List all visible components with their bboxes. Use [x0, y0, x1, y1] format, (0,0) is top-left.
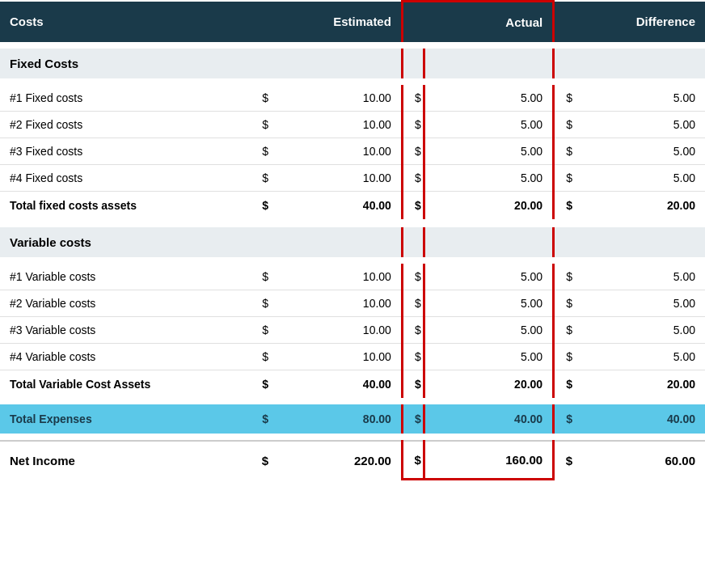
- expenses-act-amount: 40.00: [424, 404, 553, 434]
- row-label: #1 Fixed costs: [0, 85, 251, 112]
- diff-amount: 5.00: [574, 138, 705, 165]
- diff-dollar: $: [554, 264, 575, 290]
- row-label: #4 Variable costs: [0, 344, 251, 370]
- net-income-est-dollar: $: [251, 441, 270, 480]
- net-income-diff-dollar: $: [554, 441, 575, 480]
- spacer-2: [0, 78, 705, 85]
- spacer-1: [0, 42, 705, 49]
- diff-dollar: $: [554, 290, 575, 317]
- diff-amount: 5.00: [574, 264, 705, 290]
- table-row: #2 Variable costs $ 10.00 $ 5.00 $ 5.00: [0, 290, 705, 317]
- spacer-6: [0, 434, 705, 441]
- table-row: #4 Variable costs $ 10.00 $ 5.00 $ 5.00: [0, 344, 705, 370]
- expenses-diff-amount: 40.00: [574, 404, 705, 434]
- expenses-est-dollar: $: [251, 404, 270, 434]
- diff-amount: 5.00: [574, 112, 705, 138]
- total-est-dollar: $: [251, 370, 270, 399]
- row-label: #3 Fixed costs: [0, 138, 251, 165]
- header-costs: Costs: [0, 2, 251, 43]
- table-row: #3 Variable costs $ 10.00 $ 5.00 $ 5.00: [0, 317, 705, 344]
- header-estimated: Estimated: [251, 2, 402, 43]
- var-costs-est-amount: [270, 227, 402, 257]
- var-costs-act-dollar: [402, 227, 424, 257]
- diff-dollar: $: [554, 344, 575, 370]
- act-dollar: $: [402, 85, 424, 112]
- fixed-costs-act-dollar: [402, 49, 424, 78]
- act-amount: 5.00: [424, 112, 553, 138]
- row-label: #2 Fixed costs: [0, 112, 251, 138]
- act-dollar: $: [402, 290, 424, 317]
- total-label: Total fixed costs assets: [0, 192, 251, 220]
- total-act-amount: 20.00: [424, 192, 553, 220]
- diff-dollar: $: [554, 112, 575, 138]
- table-row: #4 Fixed costs $ 10.00 $ 5.00 $ 5.00: [0, 165, 705, 192]
- diff-amount: 5.00: [574, 85, 705, 112]
- expenses-est-amount: 80.00: [270, 404, 402, 434]
- diff-dollar: $: [554, 317, 575, 344]
- total-diff-amount: 20.00: [574, 370, 705, 399]
- total-diff-dollar: $: [554, 370, 575, 399]
- header-actual: Actual: [402, 2, 553, 43]
- diff-amount: 5.00: [574, 344, 705, 370]
- fixed-costs-diff-amount: [574, 49, 705, 78]
- act-amount: 5.00: [424, 317, 553, 344]
- table-header: Costs Estimated Actual Difference: [0, 2, 705, 43]
- act-dollar: $: [402, 165, 424, 192]
- total-est-dollar: $: [251, 192, 270, 220]
- table-row: #2 Fixed costs $ 10.00 $ 5.00 $ 5.00: [0, 112, 705, 138]
- act-amount: 5.00: [424, 85, 553, 112]
- variable-costs-total-row: Total Variable Cost Assets $ 40.00 $ 20.…: [0, 370, 705, 399]
- var-costs-diff-dollar: [554, 227, 575, 257]
- act-dollar: $: [402, 317, 424, 344]
- expenses-label: Total Expenses: [0, 404, 251, 434]
- spacer-4: [0, 257, 705, 264]
- est-dollar: $: [251, 112, 270, 138]
- est-dollar: $: [251, 264, 270, 290]
- total-label: Total Variable Cost Assets: [0, 370, 251, 399]
- var-costs-est-dollar: [251, 227, 270, 257]
- est-amount: 10.00: [270, 264, 402, 290]
- fixed-costs-est-dollar: [251, 49, 270, 78]
- diff-dollar: $: [554, 165, 575, 192]
- est-dollar: $: [251, 290, 270, 317]
- header-difference: Difference: [554, 2, 705, 43]
- est-dollar: $: [251, 317, 270, 344]
- act-amount: 5.00: [424, 264, 553, 290]
- net-income-label: Net Income: [0, 441, 251, 480]
- spacer-3: [0, 219, 705, 227]
- act-dollar: $: [402, 344, 424, 370]
- total-diff-amount: 20.00: [574, 192, 705, 220]
- total-expenses-row: Total Expenses $ 80.00 $ 40.00 $ 40.00: [0, 404, 705, 434]
- est-dollar: $: [251, 85, 270, 112]
- net-income-est-amount: 220.00: [270, 441, 402, 480]
- net-income-diff-amount: 60.00: [574, 441, 705, 480]
- total-est-amount: 40.00: [270, 370, 402, 399]
- act-amount: 5.00: [424, 138, 553, 165]
- total-est-amount: 40.00: [270, 192, 402, 220]
- total-diff-dollar: $: [554, 192, 575, 220]
- fixed-costs-est-amount: [270, 49, 402, 78]
- est-amount: 10.00: [270, 165, 402, 192]
- est-amount: 10.00: [270, 138, 402, 165]
- act-dollar: $: [402, 138, 424, 165]
- est-amount: 10.00: [270, 290, 402, 317]
- diff-amount: 5.00: [574, 290, 705, 317]
- est-dollar: $: [251, 344, 270, 370]
- row-label: #1 Variable costs: [0, 264, 251, 290]
- expenses-diff-dollar: $: [554, 404, 575, 434]
- net-income-row: Net Income $ 220.00 $ 160.00 $ 60.00: [0, 441, 705, 480]
- row-label: #3 Variable costs: [0, 317, 251, 344]
- act-amount: 5.00: [424, 165, 553, 192]
- est-dollar: $: [251, 165, 270, 192]
- diff-amount: 5.00: [574, 317, 705, 344]
- spacer-5: [0, 398, 705, 404]
- est-amount: 10.00: [270, 344, 402, 370]
- diff-dollar: $: [554, 138, 575, 165]
- est-dollar: $: [251, 138, 270, 165]
- est-amount: 10.00: [270, 112, 402, 138]
- table-row: #3 Fixed costs $ 10.00 $ 5.00 $ 5.00: [0, 138, 705, 165]
- est-amount: 10.00: [270, 317, 402, 344]
- act-dollar: $: [402, 264, 424, 290]
- table-row: #1 Variable costs $ 10.00 $ 5.00 $ 5.00: [0, 264, 705, 290]
- total-act-amount: 20.00: [424, 370, 553, 399]
